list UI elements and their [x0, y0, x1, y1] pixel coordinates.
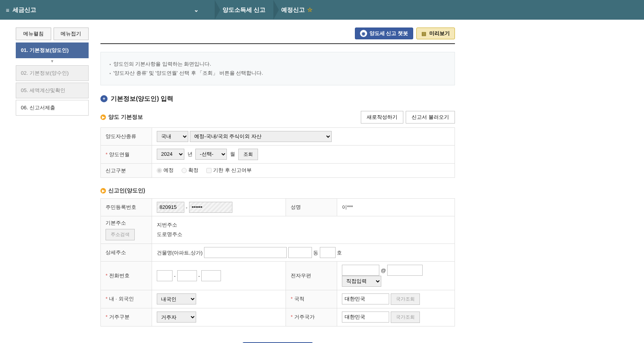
- chatbot-icon: ◉: [360, 30, 367, 37]
- addr-label: 기본주소 주소검색: [101, 216, 152, 243]
- addr-road-label: 도로명주소: [157, 231, 182, 238]
- chatbot-button[interactable]: ◉ 양도세 신고 챗봇: [355, 28, 413, 39]
- residence-country-input[interactable]: [342, 312, 389, 323]
- report-opt-confirmed: 확정: [182, 167, 199, 174]
- new-button[interactable]: 새로작성하기: [361, 111, 403, 124]
- sidebar-item-02[interactable]: 02. 기본정보(양수인): [16, 65, 89, 81]
- sub-title-basic: ▶ 양도 기본정보: [100, 114, 143, 121]
- breadcrumb-item-1[interactable]: 양도소득세 신고: [215, 0, 273, 20]
- asset-desc-select[interactable]: 예정-국내/국외 주식이외 자산: [190, 131, 332, 142]
- year-label: 양도연월: [101, 145, 152, 164]
- basic-info-table: 양도자산종류 국내 예정-국내/국외 주식이외 자산 양도연월 2024 년 -…: [100, 127, 455, 178]
- info-box: 양도인의 기본사항을 입력하는 화면입니다. '양도자산 종류' 및 '양도연월…: [100, 52, 455, 85]
- dong-input[interactable]: [288, 247, 312, 258]
- name-value: 이***: [337, 198, 455, 216]
- email-label: 전자우편: [286, 261, 337, 290]
- residence-country-label: 거주국가: [286, 308, 337, 326]
- rrn-label: 주민등록번호: [101, 198, 152, 216]
- country-lookup-button-1: 국가조회: [391, 293, 420, 305]
- info-line: '양도자산 종류' 및 '양도연월' 선택 후 「조회」 버튼을 선택합니다.: [109, 68, 446, 77]
- info-line: 양도인의 기본사항을 입력하는 화면입니다.: [109, 59, 446, 68]
- detail-label: 상세주소: [101, 243, 152, 261]
- ho-input[interactable]: [320, 247, 336, 258]
- report-chk-late: 기한 후 신고여부: [206, 167, 252, 174]
- email-domain-input[interactable]: [387, 265, 423, 276]
- report-checkbox: [206, 168, 212, 173]
- app-title: 세금신고: [13, 6, 36, 14]
- asset-location-select[interactable]: 국내: [157, 131, 188, 142]
- app-menu[interactable]: ≡ 세금신고: [6, 6, 36, 14]
- preview-button[interactable]: ▤ 미리보기: [416, 28, 455, 39]
- asset-type-label: 양도자산종류: [101, 127, 152, 145]
- sidebar-item-05[interactable]: 05. 세액계산및확인: [16, 83, 89, 98]
- phone1-input[interactable]: [157, 270, 173, 281]
- sidebar-item-01[interactable]: 01. 기본정보(양도인): [16, 42, 89, 58]
- building-input[interactable]: [204, 247, 287, 258]
- rrn1-input: [157, 202, 184, 213]
- load-button[interactable]: 신고서 불러오기: [406, 111, 455, 124]
- year-select[interactable]: 2024: [157, 149, 184, 160]
- chevron-down-icon: ⌄: [194, 6, 199, 13]
- addr-jibun-label: 지번주소: [157, 221, 177, 229]
- foreigner-label: 내 · 외국인: [101, 290, 152, 308]
- addr-search-button: 주소검색: [106, 229, 135, 240]
- breadcrumb-dropdown[interactable]: ⌄: [186, 0, 215, 20]
- chevron-right-icon: ▶: [100, 188, 106, 194]
- menu-collapse-button[interactable]: 메뉴접기: [54, 28, 89, 40]
- residence-select[interactable]: 거주자: [157, 312, 196, 323]
- section-title: + 기본정보(양도인) 입력: [100, 95, 455, 103]
- star-icon[interactable]: ☆: [307, 6, 312, 13]
- arrow-down-icon: ▼: [16, 60, 89, 64]
- chevron-right-icon: ▶: [100, 114, 106, 120]
- name-label: 성명: [286, 198, 337, 216]
- breadcrumb-item-2[interactable]: 예정신고 ☆: [273, 0, 320, 20]
- report-radio-1: [157, 168, 162, 173]
- residence-label: 거주구분: [101, 308, 152, 326]
- foreigner-select[interactable]: 내국인: [157, 293, 196, 304]
- country-lookup-button-2: 국가조회: [391, 312, 420, 323]
- email-local-input[interactable]: [342, 265, 379, 276]
- nationality-label: 국적: [286, 290, 337, 308]
- hamburger-icon: ≡: [6, 7, 9, 13]
- header: ≡ 세금신고 ⌄ 양도소득세 신고 예정신고 ☆: [0, 0, 644, 20]
- report-type-label: 신고구분: [101, 164, 152, 178]
- month-select[interactable]: -선택-: [195, 149, 227, 160]
- lookup-button[interactable]: 조회: [238, 149, 258, 160]
- email-domain-select[interactable]: 직접입력: [342, 276, 381, 287]
- plus-icon: +: [100, 95, 108, 102]
- main-content: ◉ 양도세 신고 챗봇 ▤ 미리보기 양도인의 기본사항을 입력하는 화면입니다…: [100, 28, 455, 343]
- sidebar: 메뉴펼침 메뉴접기 01. 기본정보(양도인) ▼ 02. 기본정보(양수인) …: [16, 28, 89, 343]
- breadcrumb: ⌄ 양도소득세 신고 예정신고 ☆: [186, 0, 320, 20]
- sub-title-reporter: ▶ 신고인(양도인): [100, 187, 145, 194]
- menu-expand-button[interactable]: 메뉴펼침: [16, 28, 51, 40]
- building-label: 건물명(아파트,상가): [157, 249, 202, 255]
- nationality-input[interactable]: [342, 293, 389, 304]
- report-opt-scheduled: 예정: [157, 167, 174, 174]
- report-radio-2: [182, 168, 187, 173]
- rrn2-input: [189, 202, 232, 213]
- sidebar-item-06[interactable]: 06. 신고서제출: [16, 100, 89, 116]
- phone3-input[interactable]: [201, 270, 221, 281]
- phone-label: 전화번호: [101, 261, 152, 290]
- document-icon: ▤: [421, 31, 426, 37]
- reporter-table: 주민등록번호 - 성명 이*** 기본주소 주소검색 지번주: [100, 198, 455, 326]
- phone2-input[interactable]: [177, 270, 197, 281]
